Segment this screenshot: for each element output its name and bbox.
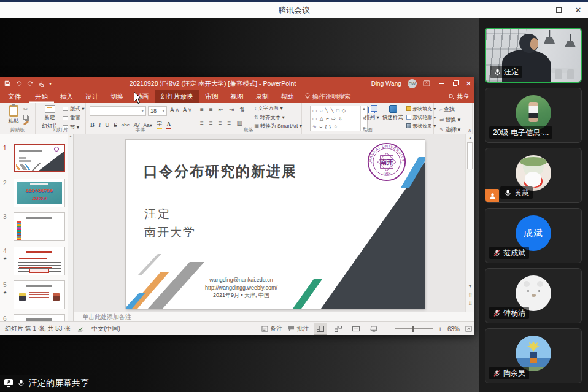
shape-fill-button[interactable]: 形状填充 ▾: [406, 106, 436, 112]
redo-icon[interactable]: [27, 80, 34, 86]
shape-outline-button[interactable]: 形状轮廓 ▾: [406, 114, 436, 121]
grow-shrink-font[interactable]: A˄ A˅: [170, 107, 193, 113]
undo-icon[interactable]: [15, 80, 22, 86]
slide-sorter-view-button[interactable]: [332, 323, 344, 334]
next-slide-button[interactable]: ⇊: [466, 301, 474, 306]
ribbon-tab-切换[interactable]: 切换: [104, 90, 130, 103]
touch-mode-icon[interactable]: [39, 80, 44, 87]
ribbon-tab-录制[interactable]: 录制: [250, 90, 275, 103]
participant-tile-黄慧[interactable]: 黄慧: [485, 148, 582, 203]
slide-thumbnail-3[interactable]: [14, 212, 65, 241]
zoom-out-button[interactable]: −: [385, 326, 389, 332]
ribbon-tab-设计[interactable]: 设计: [79, 90, 104, 103]
text-direction-button[interactable]: ↕文字方向 ▾: [254, 105, 302, 112]
share-banner-label: 汪定的屏幕共享: [29, 378, 89, 389]
screen-share-banner: 汪定的屏幕共享: [0, 375, 96, 391]
collapse-ribbon-icon[interactable]: ∧: [468, 128, 471, 133]
paragraph-format-icon[interactable]: ≡: [200, 120, 204, 126]
ribbon-display-options-icon[interactable]: [423, 80, 430, 86]
account-name[interactable]: Ding Wang: [371, 80, 401, 87]
minimize-button[interactable]: [529, 2, 549, 18]
quick-styles-button[interactable]: 快速样式: [382, 105, 404, 121]
paragraph-format-icon[interactable]: ⇥: [229, 106, 234, 113]
pendant-lamp: [565, 34, 576, 50]
ribbon-tab-开始[interactable]: 开始: [29, 90, 54, 103]
format-painter-icon[interactable]: [23, 121, 29, 126]
scroll-up-icon[interactable]: ▲: [466, 136, 474, 140]
slideshow-view-button[interactable]: [368, 323, 380, 334]
zoom-slider-thumb[interactable]: [412, 326, 414, 332]
comments-toggle[interactable]: 批注: [288, 325, 309, 333]
scrollbar-thumb[interactable]: [467, 142, 473, 169]
slide-thumbnail-1[interactable]: [14, 144, 65, 172]
meeting-title: 腾讯会议: [0, 2, 588, 18]
tell-me-search[interactable]: 操作说明搜索: [300, 90, 356, 103]
slide-canvas[interactable]: 口令分布研究的新进展 汪定 南开大学 wangding@nankai.edu.c…: [126, 140, 425, 309]
participant-tile-20级-电子信息-...[interactable]: 20级-电子信息-...: [485, 88, 582, 143]
paragraph-format-icon[interactable]: ▥: [236, 120, 242, 126]
ribbon-tab-审阅[interactable]: 审阅: [199, 90, 225, 103]
font-size-select[interactable]: 18▾: [148, 106, 167, 116]
ribbon-tab-插入[interactable]: 插入: [54, 90, 79, 103]
participant-tile-范成斌[interactable]: 成斌范成斌: [485, 208, 582, 263]
mouse-cursor: [133, 91, 142, 104]
replace-button[interactable]: ⇄替换 ▾: [439, 116, 460, 124]
paragraph-format-icon[interactable]: ⇤: [219, 106, 223, 113]
maximize-button[interactable]: [549, 2, 568, 18]
share-button[interactable]: 共享: [449, 90, 470, 103]
paste-button[interactable]: 粘贴: [4, 105, 23, 125]
paragraph-format-icon[interactable]: ≡: [209, 106, 213, 113]
editor-scrollbar[interactable]: ▲ ▼ ⇈ ⇊: [465, 134, 474, 312]
save-icon[interactable]: [4, 80, 10, 86]
paragraph-format-icon[interactable]: ≡: [200, 106, 204, 113]
normal-view-button[interactable]: [314, 323, 327, 334]
cut-icon[interactable]: ✂: [23, 106, 29, 112]
zoom-in-button[interactable]: +: [438, 326, 442, 332]
slide-affiliation: 南开大学: [144, 225, 196, 240]
notes-pane[interactable]: 单击此处添加备注: [74, 312, 474, 321]
participant-tile-汪定[interactable]: 汪定: [485, 28, 582, 83]
align-text-button[interactable]: ⇅对齐文本 ▾: [254, 114, 302, 121]
slide-thumbnail-2[interactable]: 12345678912345 6: [14, 179, 65, 207]
ribbon-tab-视图[interactable]: 视图: [225, 90, 250, 103]
fit-to-window-icon[interactable]: [465, 326, 472, 332]
ribbon-tab-文件[interactable]: 文件: [0, 90, 29, 103]
slide-thumbnail-5[interactable]: [14, 280, 65, 309]
zoom-slider[interactable]: [395, 328, 433, 329]
office-chair: [555, 69, 562, 79]
reset-button[interactable]: 重置: [63, 115, 85, 122]
nankai-university-logo: NANKAI UNIVERSITY 1919 ✦ ✦ 南开: [366, 142, 407, 182]
ppt-minimize-icon[interactable]: [439, 83, 444, 83]
thumbnail-number: 1: [3, 145, 7, 152]
layout-button[interactable]: 版式 ▾: [63, 106, 85, 113]
font-name-select[interactable]: ▾: [90, 106, 146, 116]
paragraph-format-icon[interactable]: ≡: [209, 120, 213, 126]
paste-icon: [9, 105, 18, 117]
ppt-restore-icon[interactable]: [453, 82, 457, 86]
reading-view-button[interactable]: [350, 323, 362, 334]
notes-toggle[interactable]: 备注: [261, 325, 282, 333]
arrange-button[interactable]: 排列 ▾: [363, 105, 381, 121]
ribbon-tab-幻灯片放映[interactable]: 幻灯片放映: [155, 90, 199, 103]
group-clipboard: 粘贴 ✂ 剪贴板: [0, 103, 36, 134]
copy-icon[interactable]: [23, 115, 28, 120]
paragraph-format-icon[interactable]: ≡: [228, 120, 231, 126]
ribbon-tab-帮助[interactable]: 帮助: [275, 90, 300, 103]
scroll-down-icon[interactable]: ▼: [466, 284, 474, 288]
zoom-level[interactable]: 63%: [447, 326, 460, 332]
paragraph-buttons-row1: ≡≡⇤⇥⇅: [200, 106, 245, 113]
participant-tile-钟杨清[interactable]: 钟杨清: [485, 268, 582, 323]
participant-tile-陶余昊[interactable]: 陶余昊: [485, 328, 582, 383]
spellcheck-icon[interactable]: [77, 326, 84, 332]
slide-thumbnail-4[interactable]: [14, 247, 65, 275]
account-avatar[interactable]: DW: [408, 79, 417, 88]
ppt-close-icon[interactable]: ✕: [466, 80, 471, 88]
qat-dropdown-icon[interactable]: ▾: [49, 81, 52, 86]
thumbnail-scrollbar[interactable]: ▲: [68, 134, 73, 335]
close-button[interactable]: ✕: [568, 2, 588, 18]
paragraph-format-icon[interactable]: ⇅: [239, 106, 244, 113]
find-button[interactable]: ⌕查找: [439, 106, 460, 113]
previous-slide-button[interactable]: ⇈: [466, 293, 474, 298]
language-indicator[interactable]: 中文(中国): [91, 325, 120, 333]
paragraph-format-icon[interactable]: ≡: [219, 120, 222, 126]
